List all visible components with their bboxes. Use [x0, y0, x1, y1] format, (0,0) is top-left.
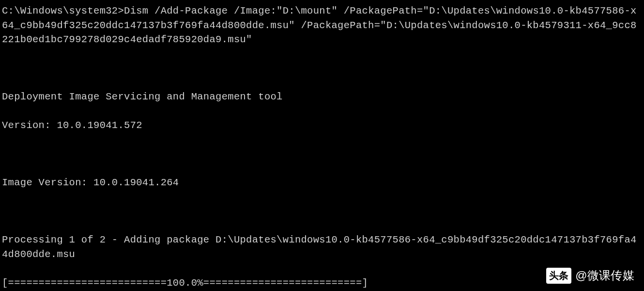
watermark-text: @微课传媒	[575, 267, 634, 284]
version-line: Version: 10.0.19041.572	[2, 118, 642, 133]
watermark-badge: 头条	[546, 268, 572, 284]
prompt: C:\Windows\system32>	[2, 5, 124, 16]
image-version-line: Image Version: 10.0.19041.264	[2, 176, 642, 190]
blank-line	[2, 147, 642, 162]
terminal-output[interactable]: C:\Windows\system32>Dism /Add-Package /I…	[2, 4, 642, 291]
command-line: C:\Windows\system32>Dism /Add-Package /I…	[2, 4, 642, 47]
blank-line	[2, 61, 642, 76]
tool-name: Deployment Image Servicing and Managemen…	[2, 90, 642, 104]
blank-line	[2, 204, 642, 219]
processing-1: Processing 1 of 2 - Adding package D:\Up…	[2, 233, 642, 261]
watermark: 头条 @微课传媒	[546, 267, 634, 284]
